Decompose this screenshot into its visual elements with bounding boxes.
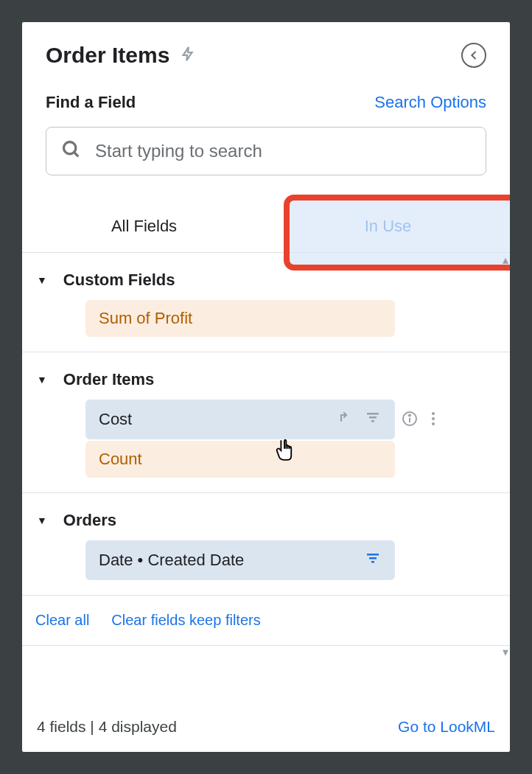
svg-rect-11 bbox=[367, 554, 379, 556]
svg-point-7 bbox=[409, 415, 410, 416]
field-label: Sum of Profit bbox=[99, 309, 192, 328]
group-orders: ▼ Orders Date • Created Date bbox=[22, 493, 510, 596]
field-count[interactable]: Count bbox=[85, 441, 395, 478]
search-options-link[interactable]: Search Options bbox=[374, 93, 486, 112]
field-action-icons bbox=[364, 549, 382, 571]
collapse-button[interactable] bbox=[461, 43, 486, 68]
panel-header: Order Items bbox=[22, 22, 510, 68]
svg-point-10 bbox=[432, 422, 435, 425]
field-label: Count bbox=[99, 450, 142, 469]
svg-rect-4 bbox=[371, 420, 374, 422]
field-label: Date • Created Date bbox=[99, 551, 244, 570]
group-header[interactable]: ▼ Order Items bbox=[34, 366, 495, 400]
svg-point-8 bbox=[432, 412, 435, 415]
group-header[interactable]: ▼ Orders bbox=[34, 506, 495, 540]
field-action-icons bbox=[336, 408, 382, 430]
info-icon[interactable] bbox=[401, 410, 419, 430]
row-extra-icons bbox=[401, 410, 436, 430]
svg-rect-13 bbox=[371, 561, 374, 563]
group-order-items: ▼ Order Items Cost bbox=[22, 352, 510, 493]
field-list: Cost bbox=[34, 400, 495, 478]
content-area: ▴ ▼ Custom Fields Sum of Profit ▼ Order … bbox=[22, 253, 510, 705]
clear-keep-filters-button[interactable]: Clear fields keep filters bbox=[111, 612, 260, 629]
group-custom-fields: ▼ Custom Fields Sum of Profit bbox=[22, 253, 510, 352]
panel-title: Order Items bbox=[46, 43, 169, 68]
chevron-down-icon: ▼ bbox=[37, 515, 47, 526]
field-sum-of-profit[interactable]: Sum of Profit bbox=[85, 300, 395, 337]
find-row: Find a Field Search Options bbox=[22, 68, 510, 121]
svg-rect-12 bbox=[369, 557, 377, 559]
search-box[interactable] bbox=[46, 127, 486, 175]
chevron-down-icon: ▼ bbox=[37, 374, 47, 386]
footer-status: 4 fields | 4 displayed bbox=[37, 718, 177, 736]
field-picker-panel: Order Items Find a Field Search Options … bbox=[22, 22, 510, 752]
svg-line-1 bbox=[74, 153, 79, 157]
chevron-down-icon: ▼ bbox=[37, 274, 47, 286]
tabs: All Fields In Use bbox=[22, 201, 510, 253]
tab-all-fields[interactable]: All Fields bbox=[22, 201, 266, 252]
footer: 4 fields | 4 displayed Go to LookML bbox=[22, 705, 510, 752]
field-list: Date • Created Date bbox=[34, 540, 495, 580]
field-label: Cost bbox=[99, 410, 132, 429]
field-list: Sum of Profit bbox=[34, 300, 495, 337]
group-title: Orders bbox=[63, 511, 116, 530]
search-icon bbox=[61, 139, 82, 163]
group-title: Custom Fields bbox=[63, 271, 175, 290]
svg-point-0 bbox=[64, 142, 76, 154]
group-header[interactable]: ▼ Custom Fields bbox=[34, 266, 495, 300]
scroll-up-icon[interactable]: ▴ bbox=[503, 253, 508, 267]
search-input[interactable] bbox=[95, 141, 471, 161]
scroll-down-icon[interactable]: ▾ bbox=[503, 645, 508, 659]
pivot-icon[interactable] bbox=[336, 408, 354, 430]
group-title: Order Items bbox=[63, 370, 155, 389]
svg-point-9 bbox=[432, 417, 435, 420]
clear-all-button[interactable]: Clear all bbox=[35, 612, 89, 629]
go-to-lookml-link[interactable]: Go to LookML bbox=[398, 718, 495, 736]
field-cost[interactable]: Cost bbox=[85, 400, 395, 439]
filter-icon[interactable] bbox=[364, 408, 382, 430]
filter-icon[interactable] bbox=[364, 549, 382, 571]
tab-in-use[interactable]: In Use bbox=[266, 201, 510, 252]
actions-row: Clear all Clear fields keep filters bbox=[22, 596, 510, 646]
lightning-icon[interactable] bbox=[180, 43, 196, 68]
field-date-created[interactable]: Date • Created Date bbox=[85, 540, 395, 580]
svg-rect-2 bbox=[367, 413, 379, 415]
svg-rect-3 bbox=[369, 416, 377, 419]
kebab-menu-icon[interactable] bbox=[430, 410, 436, 430]
find-label: Find a Field bbox=[46, 93, 136, 112]
